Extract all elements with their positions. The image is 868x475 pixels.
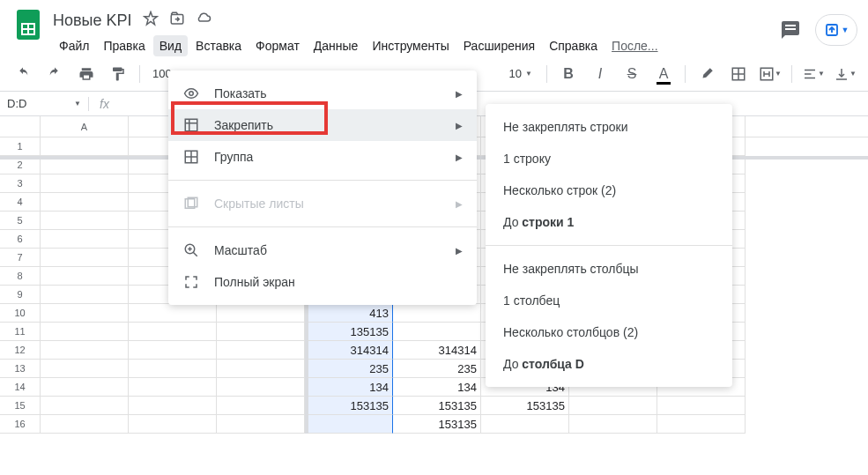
freeze-up-to-row[interactable]: До строки 1	[486, 206, 732, 238]
name-box[interactable]: D:D▼	[0, 97, 88, 110]
cell[interactable]	[569, 415, 657, 434]
menu-file[interactable]: Файл	[53, 35, 95, 56]
star-icon[interactable]	[143, 11, 159, 30]
align-v-icon[interactable]: ▼	[833, 62, 857, 86]
print-icon[interactable]	[74, 62, 99, 86]
cell[interactable]	[217, 397, 305, 415]
menu-data[interactable]: Данные	[308, 35, 365, 56]
cell[interactable]	[129, 378, 217, 397]
cell[interactable]	[217, 341, 305, 360]
menu-view[interactable]: Вид	[153, 35, 188, 56]
freeze-up-to-col[interactable]: До столбца D	[486, 348, 732, 380]
cell[interactable]	[657, 415, 746, 434]
cell[interactable]	[41, 212, 129, 230]
cell[interactable]	[129, 397, 217, 415]
cell[interactable]	[129, 341, 217, 360]
row-header[interactable]: 4	[0, 193, 41, 212]
row-header[interactable]: 1	[0, 137, 41, 156]
comments-icon[interactable]	[780, 19, 801, 41]
cell[interactable]	[657, 397, 746, 415]
cell[interactable]: 134	[305, 378, 393, 397]
cell[interactable]	[41, 415, 129, 434]
cell[interactable]	[217, 415, 305, 434]
cell[interactable]	[41, 267, 129, 286]
row-header[interactable]: 3	[0, 174, 41, 193]
row-header[interactable]: 8	[0, 267, 41, 286]
cell[interactable]: 413	[305, 304, 393, 323]
cell[interactable]	[217, 378, 305, 397]
cell[interactable]: 235	[305, 360, 393, 378]
cell[interactable]	[217, 323, 305, 341]
freeze-several-rows[interactable]: Несколько строк (2)	[486, 174, 732, 206]
col-header-A[interactable]: A	[41, 116, 129, 137]
cell[interactable]	[41, 249, 129, 267]
cell[interactable]	[217, 360, 305, 378]
select-all-corner[interactable]	[0, 116, 41, 137]
cell[interactable]	[393, 323, 481, 341]
sheets-logo[interactable]	[11, 7, 46, 42]
menu-tools[interactable]: Инструменты	[366, 35, 455, 56]
strikethrough-icon[interactable]: S	[619, 62, 644, 86]
cell[interactable]	[481, 415, 569, 434]
text-color-icon[interactable]: A	[651, 62, 676, 86]
menu-edit[interactable]: Правка	[97, 35, 151, 56]
cell[interactable]: 235	[393, 360, 481, 378]
cell[interactable]	[41, 304, 129, 323]
view-zoom[interactable]: Масштаб ▶	[168, 234, 477, 266]
menu-extensions[interactable]: Расширения	[457, 35, 541, 56]
cell[interactable]	[41, 397, 129, 415]
cell[interactable]	[41, 193, 129, 212]
menu-insert[interactable]: Вставка	[189, 35, 248, 56]
cell[interactable]: 153135	[481, 397, 569, 415]
cell[interactable]	[41, 174, 129, 193]
cell[interactable]	[305, 415, 393, 434]
view-freeze[interactable]: Закрепить ▶	[168, 109, 477, 141]
freeze-no-cols[interactable]: Не закреплять столбцы	[486, 253, 732, 285]
redo-icon[interactable]	[42, 62, 67, 86]
cell[interactable]: 153135	[305, 397, 393, 415]
italic-icon[interactable]: I	[588, 62, 612, 86]
freeze-one-row[interactable]: 1 строку	[486, 143, 732, 174]
row-header[interactable]: 6	[0, 230, 41, 249]
cell[interactable]	[129, 304, 217, 323]
cell[interactable]	[41, 137, 129, 156]
row-header[interactable]: 10	[0, 304, 41, 323]
freeze-no-rows[interactable]: Не закреплять строки	[486, 111, 732, 143]
borders-icon[interactable]	[726, 62, 751, 86]
cell[interactable]	[569, 397, 657, 415]
row-header[interactable]: 11	[0, 323, 41, 341]
freeze-one-col[interactable]: 1 столбец	[486, 285, 732, 316]
cell[interactable]	[41, 378, 129, 397]
share-button[interactable]: ▼	[815, 14, 857, 46]
cell[interactable]	[129, 323, 217, 341]
menu-last-edit[interactable]: После...	[605, 35, 664, 56]
cell[interactable]: 153135	[393, 397, 481, 415]
cloud-icon[interactable]	[196, 11, 211, 30]
cell[interactable]	[41, 360, 129, 378]
row-header[interactable]: 14	[0, 378, 41, 397]
cell[interactable]	[393, 304, 481, 323]
doc-title[interactable]: Новые KPI	[53, 11, 132, 30]
undo-icon[interactable]	[11, 62, 35, 86]
cell[interactable]: 314314	[305, 341, 393, 360]
cell[interactable]: 153135	[393, 415, 481, 434]
menu-help[interactable]: Справка	[543, 35, 604, 56]
move-icon[interactable]	[169, 11, 185, 30]
paint-format-icon[interactable]	[106, 62, 130, 86]
cell[interactable]	[129, 415, 217, 434]
cell[interactable]	[41, 230, 129, 249]
cell[interactable]: 135135	[305, 323, 393, 341]
row-header[interactable]: 7	[0, 249, 41, 267]
menu-format[interactable]: Формат	[249, 35, 306, 56]
row-header[interactable]: 13	[0, 360, 41, 378]
cell[interactable]	[217, 304, 305, 323]
cell[interactable]: 314314	[393, 341, 481, 360]
view-fullscreen[interactable]: Полный экран	[168, 266, 477, 298]
cell[interactable]	[41, 341, 129, 360]
freeze-several-cols[interactable]: Несколько столбцов (2)	[486, 316, 732, 348]
bold-icon[interactable]: B	[556, 62, 581, 86]
merge-icon[interactable]: ▼	[758, 62, 783, 86]
cell[interactable]	[41, 286, 129, 304]
align-h-icon[interactable]: ▼	[801, 62, 826, 86]
cell[interactable]	[41, 323, 129, 341]
